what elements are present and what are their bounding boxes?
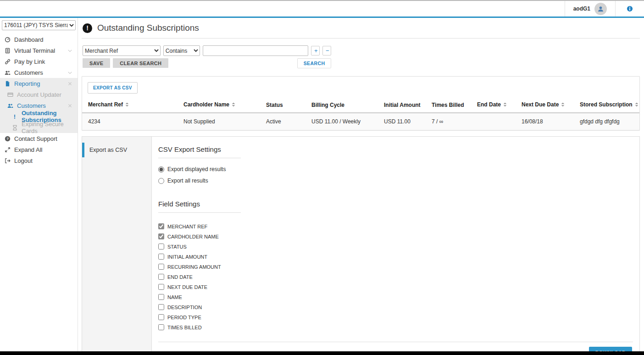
search-field-select[interactable]: Merchant Ref bbox=[83, 45, 161, 56]
bottom-bar bbox=[0, 351, 644, 355]
column-header-status: Status bbox=[263, 97, 309, 113]
sidebar-item-customers[interactable]: Customers bbox=[0, 67, 78, 78]
sidebar-item-reporting[interactable]: Reporting bbox=[0, 78, 78, 89]
csv-export-panel: Export as CSV CSV Export Settings Export… bbox=[82, 136, 640, 351]
dashboard-icon bbox=[4, 36, 11, 43]
column-label: Times Billed bbox=[432, 102, 464, 108]
sidebar-item-label: Account Updater bbox=[17, 91, 61, 98]
cell-cardholder-name: Not Supplied bbox=[181, 113, 263, 130]
csv-export-settings-heading: CSV Export Settings bbox=[158, 145, 633, 153]
table-row[interactable]: 4234Not SuppliedActiveUSD 11.00 / Weekly… bbox=[82, 113, 639, 130]
exclamation-badge-icon: ! bbox=[83, 23, 92, 33]
sidebar-item-label: Dashboard bbox=[14, 36, 44, 43]
column-header-next-due-date[interactable]: Next Due Date bbox=[519, 97, 577, 113]
radio-export-displayed-results[interactable] bbox=[158, 166, 164, 172]
sidebar-item-label: Logout bbox=[14, 157, 33, 164]
export-as-csv-button[interactable]: EXPORT AS CSV bbox=[88, 82, 138, 94]
remove-filter-button[interactable]: − bbox=[322, 46, 331, 55]
main-content: ! Outstanding Subscriptions Merchant Ref… bbox=[78, 18, 644, 351]
table-body: 4234Not SuppliedActiveUSD 11.00 / Weekly… bbox=[82, 113, 639, 130]
close-icon[interactable] bbox=[67, 103, 72, 108]
question-icon: ? bbox=[4, 135, 11, 142]
radio-export-all-results[interactable] bbox=[158, 178, 164, 184]
checkbox-label: NEXT DUE DATE bbox=[167, 284, 207, 290]
checkbox-merchant-ref[interactable] bbox=[158, 223, 164, 229]
checkbox-label: STATUS bbox=[167, 244, 187, 250]
sidebar-item-pay-by-link[interactable]: Pay by Link bbox=[0, 56, 78, 67]
checkbox-period-type[interactable] bbox=[158, 314, 164, 320]
checkbox-row-times-billed: TIMES BILLED bbox=[158, 324, 633, 330]
sidebar-item-virtual-terminal[interactable]: Virtual Terminal bbox=[0, 45, 78, 56]
chevron-down-icon bbox=[67, 48, 72, 53]
tab-export-as-csv[interactable]: Export as CSV bbox=[82, 143, 151, 157]
checkbox-label: DESCRIPTION bbox=[167, 305, 202, 310]
checkbox-row-name: NAME bbox=[158, 294, 633, 300]
column-label: End Date bbox=[477, 101, 501, 108]
checkbox-next-due-date[interactable] bbox=[158, 284, 164, 290]
sidebar-item-logout[interactable]: Logout bbox=[0, 155, 78, 166]
clear-search-button[interactable]: CLEAR SEARCH bbox=[113, 58, 168, 68]
save-button[interactable]: SAVE bbox=[83, 58, 110, 68]
sidebar-item-label: Virtual Terminal bbox=[14, 47, 55, 54]
cell-end-date bbox=[474, 113, 519, 130]
sort-icon bbox=[232, 102, 235, 108]
checkbox-times-billed[interactable] bbox=[158, 324, 164, 330]
cell-stored-subscription: gfdgd dfg dfgfdg bbox=[577, 113, 639, 130]
sidebar-item-expand-all[interactable]: Expand All bbox=[0, 144, 78, 155]
column-header-merchant-ref[interactable]: Merchant Ref bbox=[82, 97, 181, 113]
sidebar-item-label: Reporting bbox=[14, 80, 40, 87]
checkbox-row-merchant-ref: MERCHANT REF bbox=[158, 223, 633, 229]
checkbox-cardholder-name[interactable] bbox=[158, 233, 164, 239]
sidebar-item-expiring-secure-cards[interactable]: Expiring Secure Cards bbox=[0, 122, 78, 133]
search-button[interactable]: SEARCH bbox=[297, 58, 331, 68]
info-button[interactable] bbox=[616, 6, 644, 12]
radio-label: Export displayed results bbox=[167, 166, 226, 172]
results-panel: EXPORT AS CSV Merchant RefCardholder Nam… bbox=[82, 76, 640, 131]
username-label: aodG1 bbox=[573, 6, 590, 12]
checkbox-row-next-due-date: NEXT DUE DATE bbox=[158, 284, 633, 290]
users-icon bbox=[7, 102, 13, 109]
checkbox-label: CARDHOLDER NAME bbox=[167, 234, 219, 239]
column-label: Initial Amount bbox=[384, 102, 421, 108]
sidebar-item-account-updater[interactable]: Account Updater bbox=[0, 89, 78, 100]
column-label: Merchant Ref bbox=[88, 101, 123, 108]
search-operator-select[interactable]: Contains bbox=[163, 45, 200, 56]
cell-status: Active bbox=[263, 113, 309, 130]
logout-icon bbox=[4, 157, 11, 164]
hourglass-icon bbox=[11, 124, 18, 131]
card-icon bbox=[7, 91, 13, 98]
account-select[interactable]: 176011 (JPY) TSYS Sierra bbox=[2, 20, 76, 30]
top-bar: aodG1 bbox=[0, 1, 644, 18]
search-value-input[interactable] bbox=[203, 45, 308, 56]
column-header-end-date[interactable]: End Date bbox=[474, 97, 519, 113]
checkbox-row-initial-amount: INITIAL AMOUNT bbox=[158, 254, 633, 260]
export-tabs-column: Export as CSV bbox=[82, 137, 152, 351]
checkbox-initial-amount[interactable] bbox=[158, 254, 164, 260]
calculator-icon bbox=[4, 47, 11, 54]
divider bbox=[158, 212, 241, 213]
cell-times-billed: 7 / ∞ bbox=[429, 113, 474, 130]
avatar[interactable] bbox=[594, 3, 607, 15]
checkbox-row-period-type: PERIOD TYPE bbox=[158, 314, 633, 320]
add-filter-button[interactable]: + bbox=[311, 46, 320, 55]
column-header-stored-subscription[interactable]: Stored Subscription bbox=[577, 97, 639, 113]
checkbox-description[interactable] bbox=[158, 304, 164, 310]
sidebar-item-contact-support[interactable]: ?Contact Support bbox=[0, 133, 78, 144]
checkbox-recurring-amount[interactable] bbox=[158, 264, 164, 270]
radio-row-export-displayed-results: Export displayed results bbox=[158, 166, 633, 172]
sidebar-item-label: Customers bbox=[14, 69, 43, 76]
column-header-cardholder-name[interactable]: Cardholder Name bbox=[181, 97, 263, 113]
close-icon[interactable] bbox=[67, 81, 72, 86]
sidebar-item-dashboard[interactable]: Dashboard bbox=[0, 34, 78, 45]
user-menu[interactable]: aodG1 bbox=[565, 3, 615, 15]
checkbox-name[interactable] bbox=[158, 294, 164, 300]
checkbox-end-date[interactable] bbox=[158, 274, 164, 280]
checkbox-status[interactable] bbox=[158, 244, 164, 250]
cell-billing-cycle: USD 11.00 / Weekly bbox=[309, 113, 381, 130]
sort-icon bbox=[635, 102, 638, 108]
sidebar-menu: DashboardVirtual TerminalPay by LinkCust… bbox=[0, 34, 78, 166]
search-action-row: SAVE CLEAR SEARCH SEARCH bbox=[83, 58, 331, 68]
sort-icon bbox=[125, 102, 129, 108]
download-button[interactable]: DOWNLOAD bbox=[589, 347, 632, 351]
sidebar-item-label: Pay by Link bbox=[14, 58, 45, 65]
